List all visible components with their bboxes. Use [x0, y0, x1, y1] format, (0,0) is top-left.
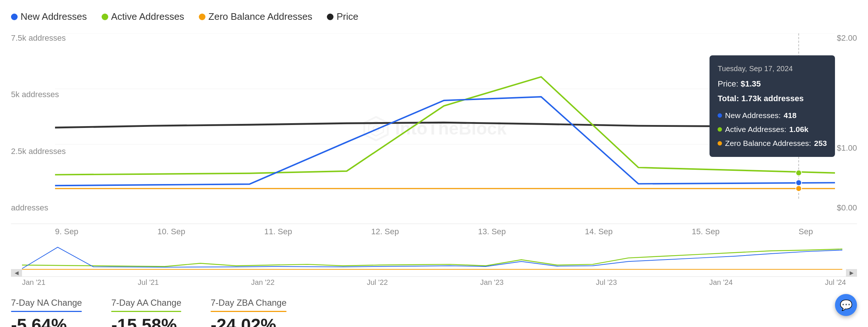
- y-label-right-0: $2.00: [837, 33, 857, 43]
- stat-value-1: -15.58%: [111, 315, 181, 327]
- legend-label-zero-balance-addresses: Zero Balance Addresses: [208, 11, 312, 22]
- mini-x-label-0: Jan '21: [22, 278, 45, 287]
- svg-point-10: [796, 180, 802, 185]
- tooltip-dot-1: [718, 127, 722, 132]
- main-chart-area: 7.5k addresses5k addresses2.5k addresses…: [11, 33, 857, 224]
- tooltip-row-value-0: 418: [784, 109, 796, 122]
- tooltip-total-label: Total:: [718, 94, 741, 103]
- legend-label-new-addresses: New Addresses: [21, 11, 87, 22]
- legend-dot-price: [327, 14, 333, 20]
- tooltip-row-value-1: 1.06k: [789, 122, 809, 136]
- mini-x-label-1: Jul '21: [138, 278, 159, 287]
- y-label-right-2: $1.00: [837, 143, 857, 153]
- stat-item-7day-aa: 7-Day AA Change -15.58%: [111, 298, 181, 327]
- tooltip-total: Total: 1.73k addresses: [718, 91, 827, 106]
- x-label-1: 10. Sep: [157, 227, 185, 236]
- stat-label-2: 7-Day ZBA Change: [211, 298, 287, 308]
- tooltip-row-2: Zero Balance Addresses: 253: [718, 136, 827, 150]
- mini-x-label-4: Jan '23: [480, 278, 504, 287]
- tooltip-rows: New Addresses: 418 Active Addresses: 1.0…: [718, 109, 827, 150]
- legend-item-active-addresses: Active Addresses: [102, 11, 184, 22]
- legend-item-zero-balance-addresses: Zero Balance Addresses: [199, 11, 312, 22]
- tooltip-price-value: $1.35: [741, 79, 761, 88]
- legend-label-active-addresses: Active Addresses: [111, 11, 184, 22]
- stat-underline-0: [11, 311, 82, 312]
- legend-dot-new-addresses: [11, 14, 18, 20]
- chat-button[interactable]: 💬: [835, 294, 857, 316]
- x-axis: 9. Sep10. Sep11. Sep12. Sep13. Sep14. Se…: [11, 224, 857, 236]
- tooltip-total-value: 1.73k addresses: [741, 94, 804, 103]
- tooltip-dot-2: [718, 141, 722, 146]
- mini-x-label-6: Jan '24: [709, 278, 733, 287]
- mini-x-label-5: Jul '23: [596, 278, 617, 287]
- stats-section: 7-Day NA Change -5.64%7-Day AA Change -1…: [11, 287, 857, 327]
- tooltip-date: Tuesday, Sep 17, 2024: [718, 62, 827, 75]
- stat-item-7day-zba: 7-Day ZBA Change -24.02%: [211, 298, 287, 327]
- tooltip-price-label: Price:: [718, 79, 740, 88]
- chart-tooltip: Tuesday, Sep 17, 2024 Price: $1.35 Total…: [710, 55, 835, 157]
- legend-item-price: Price: [327, 11, 358, 22]
- legend-item-new-addresses: New Addresses: [11, 11, 87, 22]
- mini-x-label-7: Jul '24: [825, 278, 846, 287]
- tooltip-row-label-1: Active Addresses:: [725, 122, 786, 136]
- mini-chart-area: ◀ ▶: [11, 240, 857, 277]
- svg-point-9: [796, 170, 802, 176]
- stat-label-1: 7-Day AA Change: [111, 298, 181, 308]
- x-label-7: Sep: [799, 227, 813, 236]
- mini-x-label-3: Jul '22: [367, 278, 388, 287]
- stat-value-2: -24.02%: [211, 315, 287, 327]
- stat-label-0: 7-Day NA Change: [11, 298, 82, 308]
- mini-chart-svg: [22, 240, 842, 272]
- tooltip-row-1: Active Addresses: 1.06k: [718, 122, 827, 136]
- tooltip-dot-0: [718, 113, 722, 118]
- stat-value-0: -5.64%: [11, 315, 82, 327]
- y-axis-right: $2.00$1.00$0.00: [837, 33, 857, 224]
- x-label-2: 11. Sep: [264, 227, 292, 236]
- stat-underline-1: [111, 311, 181, 312]
- chart-container: New Addresses Active Addresses Zero Bala…: [0, 0, 868, 327]
- scroll-left-arrow[interactable]: ◀: [11, 269, 22, 276]
- legend: New Addresses Active Addresses Zero Bala…: [11, 7, 857, 26]
- svg-point-11: [796, 185, 802, 191]
- x-label-5: 14. Sep: [585, 227, 613, 236]
- y-label-right-3: $0.00: [837, 203, 857, 213]
- tooltip-row-0: New Addresses: 418: [718, 109, 827, 122]
- x-label-6: 15. Sep: [692, 227, 720, 236]
- mini-x-label-2: Jan '22: [251, 278, 274, 287]
- legend-dot-active-addresses: [102, 14, 108, 20]
- legend-dot-zero-balance-addresses: [199, 14, 205, 20]
- mini-x-axis: Jan '21Jul '21Jan '22Jul '22Jan '23Jul '…: [11, 277, 857, 287]
- stat-item-7day-na: 7-Day NA Change -5.64%: [11, 298, 82, 327]
- tooltip-row-label-2: Zero Balance Addresses:: [725, 136, 811, 150]
- tooltip-price: Price: $1.35: [718, 77, 827, 91]
- y-label-left-3: addresses: [11, 203, 66, 213]
- scroll-right-arrow[interactable]: ▶: [846, 269, 857, 276]
- x-label-4: 13. Sep: [478, 227, 506, 236]
- legend-label-price: Price: [336, 11, 358, 22]
- tooltip-row-label-0: New Addresses:: [725, 109, 781, 122]
- x-label-0: 9. Sep: [55, 227, 79, 236]
- x-label-3: 12. Sep: [371, 227, 399, 236]
- tooltip-row-value-2: 253: [814, 136, 827, 150]
- stat-underline-2: [211, 311, 287, 312]
